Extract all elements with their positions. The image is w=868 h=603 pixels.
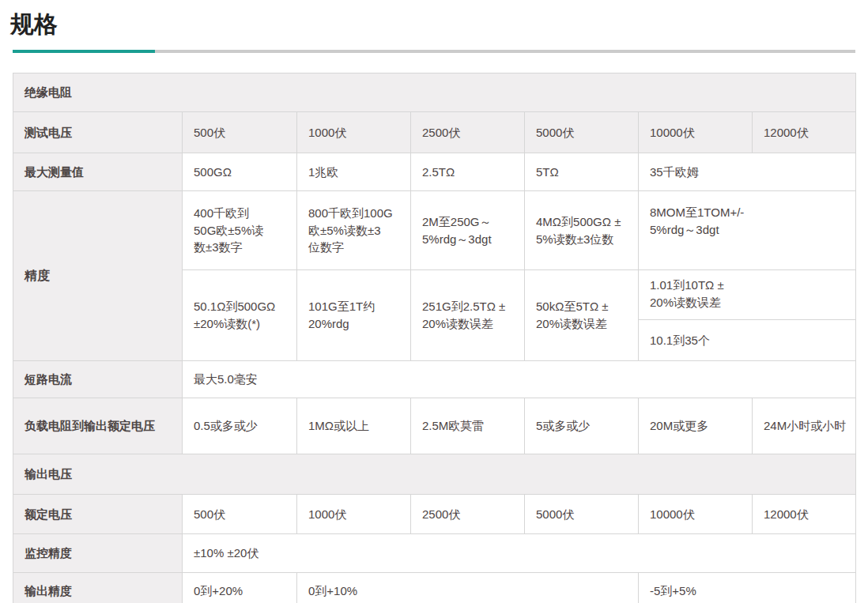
cell-load-500v: 0.5或多或少: [183, 398, 297, 454]
title-divider-accent: [13, 50, 155, 53]
cell-accuracy1-1000v: 800千欧到100G 欧±5%读数±3 位数字: [297, 191, 411, 270]
cell-max-500v: 500GΩ: [183, 153, 297, 191]
cell-accuracy1-10000v-12000v: 8MOM至1TOM+/- 5%rdg～3dgt: [639, 191, 856, 270]
cell-test-voltage-5000v: 5000伏: [525, 112, 639, 153]
row-short-circuit: 短路电流 最大5.0毫安: [13, 361, 856, 398]
row-load-resistance: 负载电阻到输出额定电压 0.5或多或少 1MΩ或以上 2.5M欧莫雷 5或多或少…: [13, 398, 856, 454]
section-header-output-voltage: 输出电压: [13, 454, 856, 495]
spec-page: 规格 绝缘电阻 测试电压 500伏 1000伏 2500伏 5000伏 1000…: [0, 0, 868, 603]
cell-rated-5000v: 5000伏: [525, 495, 639, 534]
cell-load-1000v: 1MΩ或以上: [297, 398, 411, 454]
cell-accuracy2-10000v-12000v-top: 1.01到10TΩ ± 20%读数误差: [639, 270, 856, 320]
row-test-voltage: 测试电压 500伏 1000伏 2500伏 5000伏 10000伏 12000…: [13, 112, 856, 153]
spec-table: 绝缘电阻 测试电压 500伏 1000伏 2500伏 5000伏 10000伏 …: [13, 73, 856, 603]
cell-rated-10000v: 10000伏: [639, 495, 753, 534]
cell-rated-12000v: 12000伏: [753, 495, 856, 534]
row-output-accuracy: 输出精度 0到+20% 0到+10% -5到+5%: [13, 573, 856, 603]
row-label-output-accuracy: 输出精度: [13, 573, 183, 603]
cell-accuracy2-1000v: 101G至1T约 20%rdg: [297, 270, 411, 361]
cell-short-circuit-value: 最大5.0毫安: [183, 361, 856, 398]
cell-accuracy2-10000v-12000v-bottom: 10.1到35个: [639, 320, 856, 361]
cell-max-2500v: 2.5TΩ: [411, 153, 525, 191]
title-divider: [13, 50, 855, 53]
cell-max-10000v-12000v: 35千欧姆: [639, 153, 856, 191]
row-label-test-voltage: 测试电压: [13, 112, 183, 153]
cell-output-accuracy-10000-12000v: -5到+5%: [639, 573, 856, 603]
cell-load-5000v: 5或多或少: [525, 398, 639, 454]
row-insulation-section: 绝缘电阻: [13, 73, 856, 112]
cell-accuracy2-2500v: 251G到2.5TΩ ± 20%读数误差: [411, 270, 525, 361]
cell-test-voltage-500v: 500伏: [183, 112, 297, 153]
row-label-rated-voltage: 额定电压: [13, 495, 183, 534]
cell-test-voltage-10000v: 10000伏: [639, 112, 753, 153]
cell-accuracy2-500v: 50.1Ω到500GΩ ±20%读数(*): [183, 270, 297, 361]
row-label-accuracy: 精度: [13, 191, 183, 361]
cell-max-1000v: 1兆欧: [297, 153, 411, 191]
cell-accuracy1-500v: 400千欧到 50G欧±5%读 数±3数字: [183, 191, 297, 270]
cell-load-12000v: 24M小时或小时: [753, 398, 856, 454]
row-monitor-accuracy: 监控精度 ±10% ±20伏: [13, 534, 856, 573]
row-output-voltage-section: 输出电压: [13, 454, 856, 495]
cell-rated-1000v: 1000伏: [297, 495, 411, 534]
cell-test-voltage-12000v: 12000伏: [753, 112, 856, 153]
cell-load-2500v: 2.5M欧莫雷: [411, 398, 525, 454]
cell-output-accuracy-500v: 0到+20%: [183, 573, 297, 603]
cell-max-5000v: 5TΩ: [525, 153, 639, 191]
section-header-insulation-resistance: 绝缘电阻: [13, 73, 856, 112]
cell-monitor-accuracy-value: ±10% ±20伏: [183, 534, 856, 573]
cell-rated-2500v: 2500伏: [411, 495, 525, 534]
row-rated-voltage: 额定电压 500伏 1000伏 2500伏 5000伏 10000伏 12000…: [13, 495, 856, 534]
row-label-short-circuit: 短路电流: [13, 361, 183, 398]
row-max-measurement: 最大测量值 500GΩ 1兆欧 2.5TΩ 5TΩ 35千欧姆: [13, 153, 856, 191]
cell-accuracy1-2500v: 2M至250G～ 5%rdg～3dgt: [411, 191, 525, 270]
row-label-monitor-accuracy: 监控精度: [13, 534, 183, 573]
cell-accuracy2-5000v: 50kΩ至5TΩ ± 20%读数误差: [525, 270, 639, 361]
row-label-max-measurement: 最大测量值: [13, 153, 183, 191]
page-title: 规格: [10, 8, 868, 41]
row-label-load-resistance: 负载电阻到输出额定电压: [13, 398, 183, 454]
cell-test-voltage-1000v: 1000伏: [297, 112, 411, 153]
row-accuracy-1: 精度 400千欧到 50G欧±5%读 数±3数字 800千欧到100G 欧±5%…: [13, 191, 856, 270]
cell-accuracy1-5000v: 4MΩ到500GΩ ± 5%读数±3位数: [525, 191, 639, 270]
cell-load-10000v: 20M或更多: [639, 398, 753, 454]
cell-rated-500v: 500伏: [183, 495, 297, 534]
cell-output-accuracy-1000-5000v: 0到+10%: [297, 573, 639, 603]
cell-test-voltage-2500v: 2500伏: [411, 112, 525, 153]
